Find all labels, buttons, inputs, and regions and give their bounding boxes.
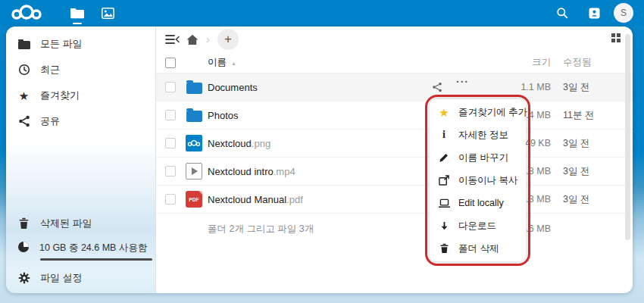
star-icon: ★ bbox=[438, 107, 450, 118]
user-avatar[interactable]: S bbox=[614, 3, 633, 23]
storage-quota: 10 GB 중 24.6 MB 사용함 bbox=[6, 236, 155, 265]
photos-app-icon[interactable] bbox=[92, 0, 123, 26]
file-modified: 3일 전 bbox=[563, 193, 633, 206]
image-thumbnail-icon bbox=[186, 135, 202, 152]
trash-icon bbox=[438, 243, 450, 254]
clock-icon bbox=[17, 64, 30, 76]
sidebar-item-label: 공유 bbox=[40, 114, 60, 128]
search-icon[interactable] bbox=[550, 1, 574, 25]
modified-column-header[interactable]: 수정됨 bbox=[563, 56, 633, 69]
file-name: Nextcloud Manual bbox=[208, 194, 286, 205]
row-checkbox[interactable] bbox=[165, 166, 176, 176]
sidebar-item-files-settings[interactable]: 파일 설정 bbox=[6, 265, 155, 291]
sidebar-item-shares[interactable]: 공유 bbox=[6, 108, 155, 134]
star-icon: ★ bbox=[17, 90, 30, 102]
actions-menu-icon[interactable]: ··· bbox=[456, 82, 469, 92]
file-row-nextcloud-manual-pdf[interactable]: PDF Nextcloud Manual .pdf 14.3 MB 3일 전 bbox=[156, 186, 633, 214]
sidebar-item-label: 모든 파일 bbox=[40, 37, 83, 51]
file-row-nextcloud-intro-mp4[interactable]: Nextcloud intro .mp4 3.8 MB 3일 전 bbox=[156, 158, 633, 186]
file-name: Nextcloud bbox=[208, 138, 252, 149]
home-icon[interactable] bbox=[186, 34, 199, 45]
menu-item-label: Edit locally bbox=[458, 198, 504, 208]
download-icon bbox=[438, 221, 450, 231]
menu-item-add-to-favorites[interactable]: ★ 즐겨찾기에 추가 bbox=[430, 101, 526, 123]
file-name: Nextcloud intro bbox=[208, 166, 274, 177]
files-sidebar: 모든 파일 최근 ★ 즐겨찾기 bbox=[6, 27, 155, 293]
sidebar-bottom: 삭제된 파일 10 GB 중 24.6 MB 사용함 bbox=[6, 211, 155, 291]
pdf-file-icon: PDF bbox=[186, 191, 202, 208]
select-all-checkbox[interactable] bbox=[165, 58, 176, 68]
contacts-icon[interactable] bbox=[582, 1, 606, 25]
files-app-icon[interactable] bbox=[62, 0, 92, 26]
menu-item-edit-locally[interactable]: Edit locally bbox=[430, 192, 526, 214]
file-modified: 3일 전 bbox=[563, 81, 633, 94]
top-bar: S bbox=[0, 0, 644, 26]
sidebar-item-deleted-files[interactable]: 삭제된 파일 bbox=[6, 211, 155, 236]
breadcrumb-toolbar: › + bbox=[156, 27, 633, 52]
menu-item-label: 즐겨찾기에 추가 bbox=[458, 106, 527, 119]
row-checkbox[interactable] bbox=[165, 194, 176, 205]
sidebar-item-favorites[interactable]: ★ 즐겨찾기 bbox=[6, 83, 155, 108]
menu-item-label: 자세한 정보 bbox=[458, 129, 508, 142]
video-file-icon bbox=[186, 163, 202, 180]
name-column-header[interactable]: 이름 ▲ bbox=[208, 56, 411, 69]
info-icon: i bbox=[438, 130, 450, 140]
sidebar-item-label: 삭제된 파일 bbox=[40, 217, 92, 230]
row-checkbox[interactable] bbox=[165, 82, 176, 92]
file-extension: .png bbox=[252, 138, 270, 149]
file-extension: .mp4 bbox=[274, 166, 295, 177]
menu-item-download[interactable]: 다운로드 bbox=[430, 214, 526, 237]
share-icon[interactable] bbox=[432, 82, 442, 92]
file-name: Photos bbox=[208, 110, 238, 121]
file-modified: 3일 전 bbox=[563, 165, 633, 178]
gear-icon bbox=[17, 272, 30, 284]
quota-pie-icon bbox=[17, 241, 30, 255]
files-content: › + 이름 ▲ 크기 수정됨 bbox=[155, 27, 633, 293]
nextcloud-files-app: S 모든 파일 최근 bbox=[0, 0, 644, 303]
sidebar-item-recent[interactable]: 최근 bbox=[6, 57, 155, 83]
file-extension: .pdf bbox=[286, 194, 303, 205]
menu-item-details[interactable]: i 자세한 정보 bbox=[430, 123, 526, 146]
file-size: 1.1 MB bbox=[481, 82, 551, 92]
summary-text: 폴더 2개 그리고 파일 3개 bbox=[208, 223, 411, 236]
new-file-button[interactable]: + bbox=[217, 29, 239, 50]
menu-item-label: 다운로드 bbox=[458, 220, 496, 233]
menu-item-delete-folder[interactable]: 폴더 삭제 bbox=[430, 237, 526, 260]
file-actions-context-menu: ★ 즐겨찾기에 추가 i 자세한 정보 이름 바꾸기 이동이나 복사 bbox=[430, 99, 526, 261]
app-frame: 모든 파일 최근 ★ 즐겨찾기 bbox=[6, 27, 633, 293]
folder-icon bbox=[186, 83, 202, 94]
grid-view-toggle-icon[interactable] bbox=[611, 33, 621, 42]
file-row-documents[interactable]: Documents ··· 1.1 MB bbox=[156, 73, 633, 102]
file-list-summary: 폴더 2개 그리고 파일 3개 24.6 MB bbox=[156, 214, 633, 244]
quota-label: 10 GB 중 24.6 MB 사용함 bbox=[39, 242, 147, 255]
menu-item-rename[interactable]: 이름 바꾸기 bbox=[430, 146, 526, 169]
menu-item-label: 폴더 삭제 bbox=[458, 242, 499, 255]
toggle-navigation-icon[interactable] bbox=[165, 34, 180, 45]
sidebar-item-label: 즐겨찾기 bbox=[40, 89, 80, 102]
size-column-header[interactable]: 크기 bbox=[481, 56, 551, 69]
file-modified: 11분 전 bbox=[563, 109, 633, 122]
laptop-icon bbox=[438, 198, 450, 208]
pencil-icon bbox=[438, 152, 450, 163]
file-row-photos[interactable]: Photos 5.4 MB 11분 전 bbox=[156, 102, 633, 130]
vertical-scrollbar[interactable] bbox=[625, 34, 630, 240]
nextcloud-logo-icon[interactable] bbox=[11, 3, 42, 23]
folder-icon bbox=[17, 39, 30, 49]
share-icon bbox=[17, 115, 30, 127]
sidebar-top: 모든 파일 최근 ★ 즐겨찾기 bbox=[6, 27, 155, 134]
sidebar-item-all-files[interactable]: 모든 파일 bbox=[6, 31, 155, 57]
sidebar-item-label: 최근 bbox=[40, 63, 60, 77]
file-row-nextcloud-png[interactable]: Nextcloud .png 49 KB 3일 전 bbox=[156, 130, 633, 158]
topbar-right: S bbox=[550, 1, 633, 25]
row-checkbox[interactable] bbox=[165, 110, 176, 120]
menu-item-label: 이동이나 복사 bbox=[458, 174, 517, 187]
sort-ascending-icon: ▲ bbox=[231, 61, 236, 66]
file-table-header: 이름 ▲ 크기 수정됨 bbox=[156, 52, 633, 73]
row-checkbox[interactable] bbox=[165, 138, 176, 148]
menu-item-move-or-copy[interactable]: 이동이나 복사 bbox=[430, 169, 526, 192]
breadcrumb-separator: › bbox=[206, 33, 210, 45]
file-name: Documents bbox=[208, 82, 258, 93]
quota-progress-bar bbox=[40, 258, 152, 261]
menu-item-label: 이름 바꾸기 bbox=[458, 152, 508, 164]
trash-icon bbox=[17, 217, 30, 230]
